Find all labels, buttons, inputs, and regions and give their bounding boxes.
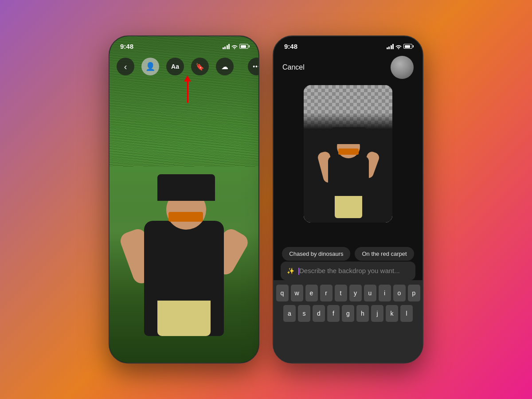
sticker-button[interactable]: 🔖 bbox=[191, 58, 209, 75]
key-q[interactable]: q bbox=[276, 285, 289, 301]
mini-shirt bbox=[335, 196, 362, 218]
text-button[interactable]: Aa bbox=[166, 58, 184, 75]
keyboard: q w e r t y u i o p a s d f g h j k l bbox=[274, 280, 422, 363]
image-preview bbox=[304, 85, 392, 223]
right-wifi-icon bbox=[395, 44, 402, 49]
right-time: 9:48 bbox=[284, 43, 297, 50]
key-y[interactable]: y bbox=[349, 285, 362, 301]
person-area bbox=[110, 151, 258, 363]
signal-icon bbox=[223, 44, 230, 49]
red-arrow-indicator bbox=[184, 75, 191, 103]
wifi-icon bbox=[231, 44, 238, 49]
avatar bbox=[391, 56, 414, 79]
key-k[interactable]: k bbox=[386, 305, 398, 322]
svg-point-1 bbox=[398, 48, 399, 49]
input-placeholder[interactable]: Describe the backdrop you want... bbox=[298, 267, 400, 275]
keyboard-row-2: a s d f g h j k l bbox=[275, 305, 421, 322]
key-s[interactable]: s bbox=[298, 305, 310, 322]
key-p[interactable]: p bbox=[408, 285, 420, 301]
key-t[interactable]: t bbox=[335, 285, 347, 301]
key-u[interactable]: u bbox=[364, 285, 376, 301]
arrow-shaft bbox=[187, 81, 188, 103]
right-top-bar: Cancel bbox=[274, 56, 422, 79]
sunglasses bbox=[168, 212, 203, 222]
cancel-button[interactable]: Cancel bbox=[282, 63, 305, 71]
key-d[interactable]: d bbox=[313, 305, 325, 322]
svg-point-0 bbox=[234, 48, 235, 49]
shirt bbox=[157, 301, 211, 336]
key-o[interactable]: o bbox=[393, 285, 406, 301]
hat bbox=[157, 174, 215, 201]
left-phone: 9:48 ‹ 👤 Aa 🔖 ☁ bbox=[109, 35, 259, 364]
keyboard-row-1: q w e r t y u i o p bbox=[275, 285, 421, 301]
input-icon: ✨ bbox=[287, 267, 294, 274]
back-button[interactable]: ‹ bbox=[117, 58, 134, 75]
person-figure bbox=[126, 168, 242, 363]
right-battery-icon bbox=[403, 44, 414, 49]
suggestion-dinosaurs[interactable]: Chased by dinosaurs bbox=[282, 247, 350, 261]
left-status-icons bbox=[223, 44, 250, 49]
key-a[interactable]: a bbox=[283, 305, 296, 322]
subject-cutout bbox=[304, 113, 392, 223]
left-time: 9:48 bbox=[120, 43, 133, 50]
key-j[interactable]: j bbox=[371, 305, 383, 322]
mini-hat bbox=[331, 127, 367, 144]
right-status-bar: 9:48 bbox=[284, 43, 414, 50]
key-w[interactable]: w bbox=[291, 285, 303, 301]
battery-icon bbox=[239, 44, 250, 49]
right-phone: 9:48 Cancel bbox=[273, 35, 423, 364]
key-g[interactable]: g bbox=[342, 305, 354, 322]
key-l[interactable]: l bbox=[400, 305, 413, 322]
backdrop-input-row: ✨ Describe the backdrop you want... bbox=[281, 262, 415, 280]
key-i[interactable]: i bbox=[379, 285, 391, 301]
right-signal-icon bbox=[387, 44, 394, 49]
mini-glasses bbox=[338, 149, 359, 155]
key-e[interactable]: e bbox=[305, 285, 318, 301]
effects-button[interactable]: ☁ bbox=[216, 58, 234, 75]
face-sticker-button[interactable]: 👤 bbox=[141, 58, 159, 75]
suggestion-red-carpet[interactable]: On the red carpet bbox=[355, 247, 414, 261]
right-status-icons bbox=[387, 44, 414, 49]
text-icon: Aa bbox=[171, 63, 179, 70]
key-r[interactable]: r bbox=[320, 285, 332, 301]
key-h[interactable]: h bbox=[356, 305, 369, 322]
left-status-bar: 9:48 bbox=[120, 43, 250, 50]
suggestions-row: Chased by dinosaurs On the red carpet bbox=[274, 247, 422, 261]
key-f[interactable]: f bbox=[327, 305, 340, 322]
more-button[interactable]: ••• bbox=[248, 58, 259, 75]
mini-person-figure bbox=[317, 125, 379, 223]
left-toolbar: ‹ 👤 Aa 🔖 ☁ ••• bbox=[117, 58, 251, 75]
